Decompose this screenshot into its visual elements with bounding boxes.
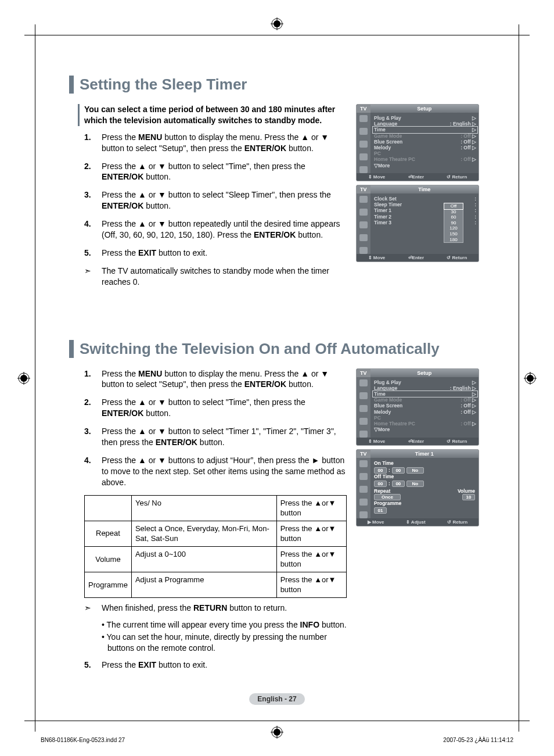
osd-footer-hint: ↺ Return	[447, 174, 467, 180]
table-cell: Press the ▲or▼ button	[276, 572, 346, 597]
osd-menu-item: Plug & Play ▷	[374, 115, 476, 121]
step-text: Press the ▲ or ▼ button repeatedly until…	[102, 218, 347, 241]
bullet-item: • The current time will appear every tim…	[102, 619, 347, 630]
osd-off-time-label: Off Time	[374, 474, 475, 479]
step-text: Press the ▲ or ▼ buttons to adjust “Hour…	[102, 455, 347, 488]
step-text: Press the ▲ or ▼ button to select "Sleep…	[102, 189, 347, 212]
osd-volume-label: Volume	[458, 488, 475, 494]
options-table: Yes/ NoPress the ▲or▼ buttonRepeatSelect…	[84, 495, 347, 598]
osd-setup-panel: TVSetup Plug & Play ▷Language: English ▷…	[356, 368, 479, 446]
osd-menu-item: Time ▷	[373, 391, 477, 397]
osd-tv-badge: TV	[357, 185, 370, 194]
table-cell: Repeat	[85, 521, 132, 546]
osd-footer-hint: ⇕ Move	[368, 255, 386, 260]
intro-text: You can select a time period of between …	[78, 104, 347, 126]
osd-footer-hint: ↺ Return	[447, 519, 467, 525]
osd-programme-value: 01	[374, 507, 387, 514]
osd-menu-item: Blue Screen: Off ▷	[374, 403, 476, 409]
osd-footer-hint: ⏎Enter	[408, 255, 424, 260]
osd-menu-item: Time ▷	[373, 127, 477, 132]
footer-date: 2007-05-23 ¿ÀÀü 11:14:12	[443, 737, 513, 743]
osd-footer-hint: ↺ Return	[447, 439, 467, 444]
step-text: Press the EXIT button to exit.	[102, 660, 207, 671]
table-cell: Press the ▲or▼ button	[276, 546, 346, 572]
osd-off-state: No	[406, 481, 424, 487]
osd-menu-item: Language: English ▷	[374, 385, 476, 391]
osd-popup-option: Off	[444, 203, 463, 209]
osd-footer-hint: ⏎Enter	[408, 174, 424, 180]
osd-footer-hint: ⇕ Adjust	[406, 519, 426, 525]
osd-popup-option: 180	[444, 237, 463, 243]
registration-mark-icon	[17, 372, 30, 385]
osd-menu-item: Game Mode: Off ▷	[374, 397, 476, 403]
step-text: Press the ▲ or ▼ button to select "Time"…	[102, 161, 347, 183]
table-cell: Select a Once, Everyday, Mon-Fri, Mon-Sa…	[131, 521, 276, 546]
table-cell: Press the ▲or▼ button	[276, 495, 346, 521]
osd-off-hour: 00	[374, 481, 387, 487]
step-text: Press the ▲ or ▼ button to select "Time"…	[102, 397, 347, 419]
bullet-item: • You can set the hour, minute, directly…	[102, 632, 347, 654]
osd-on-min: 00	[392, 467, 405, 474]
step-text: Press the EXIT button to exit.	[102, 248, 207, 259]
osd-time-panel: TVTime Clock Set:Sleep Timer:Timer 1:Tim…	[356, 185, 479, 262]
footer-file: BN68-01186K-Eng-0523.indd 27	[41, 737, 125, 743]
osd-setup-panel: TVSetup Plug & Play ▷Language: English ▷…	[356, 104, 479, 181]
osd-footer-hint: ⇕ Move	[368, 439, 386, 444]
osd-timer1-panel: TVTimer 1 On Time 00:00 No Off Time 00:0…	[356, 449, 479, 526]
table-cell: Adjust a Programme	[131, 572, 276, 597]
osd-sleep-popup: Off306090120150180	[444, 203, 463, 243]
osd-popup-option: 60	[444, 214, 463, 220]
osd-popup-option: 90	[444, 220, 463, 226]
osd-menu-item: Home Theatre PC: Off ▷	[374, 421, 476, 427]
osd-repeat-label: Repeat	[374, 488, 390, 494]
note-text: When finished, press the RETURN button t…	[102, 603, 287, 614]
table-cell: Yes/ No	[131, 495, 276, 521]
osd-menu-item: Plug & Play ▷	[374, 379, 476, 385]
osd-on-time-label: On Time	[374, 460, 475, 466]
osd-menu-item: Home Theatre PC: Off ▷	[374, 156, 476, 162]
osd-off-min: 00	[392, 481, 405, 487]
registration-mark-icon	[271, 17, 283, 30]
section-title: Setting the Sleep Timer	[69, 76, 479, 94]
step-text: Press the ▲ or ▼ button to select "Timer…	[102, 426, 347, 448]
osd-title: Setup	[370, 105, 479, 113]
osd-popup-option: 30	[444, 209, 463, 215]
osd-repeat-value: Once	[374, 494, 401, 500]
osd-footer-hint: ↺ Return	[447, 255, 467, 260]
step-text: Press the MENU button to display the men…	[102, 132, 347, 154]
osd-title: Setup	[370, 369, 479, 377]
osd-menu-item: Blue Screen: Off ▷	[374, 139, 476, 145]
osd-menu-item: PC	[374, 415, 476, 421]
osd-popup-option: 120	[444, 225, 463, 231]
osd-tv-badge: TV	[357, 450, 370, 458]
table-cell: Programme	[85, 572, 132, 597]
osd-tv-badge: TV	[357, 105, 370, 113]
step-text: Press the MENU button to display the men…	[102, 368, 347, 390]
section-title: Switching the Television On and Off Auto…	[69, 340, 479, 358]
osd-menu-item: Melody: Off ▷	[374, 145, 476, 151]
osd-title: Time	[370, 185, 479, 194]
osd-tv-badge: TV	[357, 369, 370, 377]
osd-volume-value: 10	[462, 494, 475, 500]
table-cell: Volume	[85, 546, 132, 572]
osd-footer-hint: ▶ Move	[368, 519, 384, 525]
note-text: The TV automatically switches to standby…	[102, 266, 347, 288]
osd-menu-item: PC	[374, 151, 476, 156]
table-cell: Press the ▲or▼ button	[276, 521, 346, 546]
osd-menu-item: Clock Set:	[374, 196, 476, 202]
osd-programme-label: Programme	[374, 500, 475, 506]
osd-popup-option: 150	[444, 231, 463, 237]
osd-menu-item: Melody: Off ▷	[374, 409, 476, 415]
osd-on-state: No	[406, 467, 424, 474]
note-arrow-icon: ➣	[84, 603, 96, 614]
osd-menu-item: ▽More	[374, 163, 476, 169]
page-number: English - 27	[0, 693, 554, 705]
note-arrow-icon: ➣	[84, 266, 96, 288]
osd-footer-hint: ⇕ Move	[368, 174, 386, 180]
osd-menu-item: ▽More	[374, 427, 476, 432]
table-cell: Adjust a 0~100	[131, 546, 276, 572]
osd-menu-item: Language: English ▷	[374, 121, 476, 127]
table-cell	[85, 495, 132, 521]
osd-menu-item: Game Mode: Off ▷	[374, 133, 476, 139]
registration-mark-icon	[524, 372, 537, 385]
